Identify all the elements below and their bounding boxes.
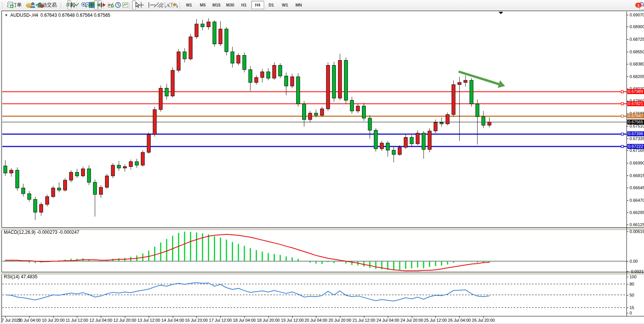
cursor-tool-button[interactable] [132,0,136,10]
rsi-tick-mark [627,313,628,313]
time-tick-label: 26 Jul 20:00 [472,318,495,322]
toolbar-grip[interactable] [60,2,62,8]
rsi-tick-mark [627,295,628,295]
time-tick-label: 20 Jul 20:00 [328,318,351,322]
price-tick-label: 0.66815 [630,173,644,178]
macd-tick-label: 0.00 [630,259,638,263]
main-price-chart[interactable] [2,11,626,228]
rsi-tick-label: 0 [630,311,632,315]
new-order-button[interactable]: 新订单 [5,0,24,10]
rsi-pane-bottom-border [2,316,644,316]
time-tick-label: 18 Jul 20:00 [257,318,280,322]
main-toolbar: 新订单 自动交 [0,0,644,10]
price-level-tag: 0.67565 [627,120,644,124]
price-level-tag: 0.67222 [627,144,644,149]
macd-tick-label: 0.006162 [630,229,644,234]
rsi-tick-mark [627,284,628,284]
price-tick-mark [627,27,628,27]
price-tick-mark [627,225,628,225]
price-tick-label: 0.69070 [630,13,644,17]
new-order-icon [7,2,14,8]
time-tick-label: 25 Jul 12:00 [424,318,447,322]
price-tick-label: 0.66990 [630,161,644,165]
price-level-tag: 0.67989 [627,89,644,94]
line-chart-icon [73,2,80,8]
price-tick-mark [627,39,628,40]
time-tick-label: 11 Jul 12:00 [65,318,88,322]
time-tick-label: 10 Jul 04:00 [18,318,41,322]
timeframe-button-m15[interactable]: M15 [210,1,223,9]
macd-indicator-chart[interactable] [2,229,626,272]
timeframe-button-mn[interactable]: MN [292,1,305,9]
price-tick-label: 0.66125 [630,222,644,227]
rsi-tick-mark [627,308,628,308]
time-tick-label: 24 Jul 20:00 [400,318,423,322]
time-tick-label: 20 Jul 04:00 [304,318,327,322]
clock-icon [115,2,121,8]
time-tick-label: 21 Jul 12:00 [352,318,375,322]
market-button[interactable] [24,0,27,10]
macd-tick-label: -0.002178 [630,269,644,274]
time-tick-label: 17 Jul 12:00 [209,318,232,322]
price-tick-label: 0.66295 [630,210,644,215]
time-tick-label: 12 Jul 20:00 [113,318,136,322]
price-tick-mark [627,64,628,64]
timeframe-button-m5[interactable]: M5 [196,1,209,9]
timeframe-button-h1[interactable]: H1 [238,1,250,9]
rsi-tick-label: 100 [630,275,636,279]
price-tick-label: 0.68550 [630,49,644,54]
time-tick-label: 18 Jul 04:00 [233,318,256,322]
time-tick-label: 19 Jul 12:00 [281,318,304,322]
time-tick-label: 14 Jul 04:00 [161,318,184,322]
auto-trading-icon [37,2,44,8]
macd-tick-mark [627,231,628,232]
bar-chart-mode-button[interactable] [64,0,67,10]
timeframe-button-m30[interactable]: M30 [224,1,237,9]
price-tick-mark [627,163,628,163]
time-tick-label: 26 Jul 04:00 [448,318,471,322]
price-tick-mark [627,139,628,139]
notification-badge: 1 [635,3,642,8]
mt4-terminal: 新订单 自动交 [0,0,644,324]
timeframe-button-h4[interactable]: H4 [251,1,264,9]
price-tick-label: 0.68900 [630,24,644,29]
time-tick-label: 16 Jul 23:00 [185,318,208,322]
price-level-tag: 0.67647 [627,113,644,118]
price-tick-label: 0.67335 [630,136,644,141]
price-tick-mark [627,176,628,176]
rsi-tick-label: 50 [630,293,634,297]
time-tick-label: 10 Jul 20:00 [42,318,65,322]
price-tick-label: 0.68725 [630,37,644,41]
price-level-tag: 0.67396 [627,131,644,136]
template-icon [122,2,129,8]
price-axis-border [626,11,627,316]
price-tick-mark [627,126,628,126]
rsi-tick-mark [627,277,628,277]
price-tick-label: 0.66645 [630,185,644,190]
price-tick-mark [627,15,628,15]
macd-tick-mark [627,271,628,272]
timeframe-button-m1[interactable]: M1 [183,1,196,9]
macd-tick-mark [627,261,628,262]
chart-shift-icon [100,2,107,8]
auto-trading-button[interactable]: 自动交易 [35,0,59,10]
price-tick-label: 0.66470 [630,198,644,203]
price-tick-mark [627,52,628,52]
price-tick-label: 0.68205 [630,74,644,79]
price-tick-mark [627,77,628,77]
timeframe-toolbar: M1M5M15M30H1H4D1W1MN [182,1,306,9]
price-tick-mark [627,188,628,188]
rsi-tick-label: 15 [630,305,634,310]
timeframe-button-w1[interactable]: W1 [279,1,292,9]
rsi-tick-label: 80 [630,282,634,286]
timeframe-button-d1[interactable]: D1 [265,1,278,9]
price-tick-label: 0.68380 [630,62,644,66]
time-tick-label: 12 Jul 04:00 [89,318,112,322]
rsi-indicator-chart[interactable] [2,274,626,316]
crosshair-icon [138,2,145,8]
price-tick-mark [627,212,628,213]
price-tick-mark [627,150,628,151]
price-level-tag: 0.67821 [627,101,644,106]
indicators-icon [107,2,114,8]
toolbar-grip[interactable] [1,2,4,8]
